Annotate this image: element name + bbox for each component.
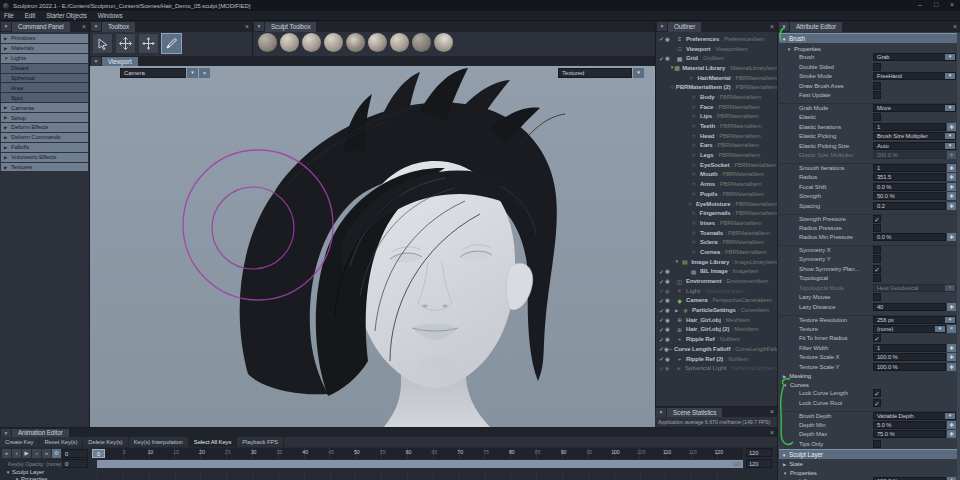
anim-menu-item[interactable]: Delete Key(s) [83,437,128,447]
command-panel-item[interactable]: ▶ Deform Commands [1,133,88,142]
value-field[interactable]: Auto ▼ [873,142,956,150]
shading-select[interactable]: Textured ▼ [558,68,644,78]
outliner-item[interactable]: ✓ ◉ ▦ Grid GridItem [656,53,777,63]
clear-icon[interactable]: × [199,68,210,78]
value-field[interactable]: 40 [873,303,946,311]
stepper-icon[interactable]: ✚ [947,233,956,241]
dropdown-arrow-icon[interactable]: ▼ [945,104,955,112]
value-field[interactable]: (none) ▼ [873,325,946,333]
stepper-icon[interactable]: ✚ [947,353,956,361]
value-field[interactable]: 1 [873,123,946,131]
command-panel-item[interactable]: ▶ Setup [1,113,88,122]
play-button[interactable]: ▶ [22,449,31,458]
clear-icon[interactable]: × [947,325,956,333]
panel-pin-icon[interactable]: ▼ [1,429,11,437]
value-field[interactable]: 1 [873,344,946,352]
outliner-item[interactable]: ✓ ◉ ⊕ Hair_Girl.obj (2) MeshItem [656,325,777,335]
dropdown-arrow-icon[interactable]: ▼ [945,132,955,140]
outliner-item[interactable]: ○ Arms PBRMaterialItem [656,179,777,189]
enabled-check-icon[interactable]: ✓ [656,345,664,352]
section-header[interactable]: ▼Sculpt Layer [782,451,823,458]
dropdown-arrow-icon[interactable]: ▼ [187,68,198,78]
enabled-check-icon[interactable]: ✓ [656,326,665,333]
outliner-item[interactable]: ▼ ▤ Image Library ImageLibraryItem [656,257,777,267]
previous-frame-button[interactable]: ‹ [12,449,21,458]
shading-select-value[interactable]: Textured [558,68,632,78]
sculpt-brush-sphere-icon[interactable] [324,33,343,52]
menu-item[interactable]: Windows [98,12,123,19]
dropdown-arrow-icon[interactable]: ▼ [935,325,945,333]
outliner-item[interactable]: ○ Sclera PBRMaterialItem [656,237,777,247]
outliner-item[interactable]: ○ Body PBRMaterialItem [656,92,777,102]
sculpt-brush-sphere-icon[interactable] [390,33,409,52]
close-icon[interactable]: × [82,22,86,32]
command-panel-item[interactable]: ▶ Primitives [1,34,88,43]
sculpt-toolbox-tab[interactable]: Sculpt Toolbox [265,22,316,32]
command-panel-item[interactable]: Spherical [1,74,88,83]
timeline-track-bar[interactable]: 120 [97,460,743,468]
stepper-icon[interactable]: ✚ [947,202,956,210]
checkbox[interactable] [873,224,881,232]
outliner-tab[interactable]: Outliner [668,22,701,32]
outliner-item[interactable]: ○ EyeMoisture PBRMaterialItem [656,199,777,209]
value-field[interactable]: Move ▼ [873,104,956,112]
outliner-item[interactable]: ○ PBRMaterialItem (2) PBRMaterialItem [656,82,777,92]
panel-pin-icon[interactable]: ▼ [656,408,666,417]
anim-menu-item[interactable]: Create Key [0,437,39,447]
checkbox[interactable] [873,255,881,263]
enabled-check-icon[interactable]: ✓ [656,297,665,304]
anim-menu-item[interactable]: Reset Key(s) [39,437,83,447]
checkbox[interactable] [873,293,881,301]
outliner-item[interactable]: ✓ ◉ ~ Curve Length Falloff CurveLengthFa… [656,344,777,354]
viewport-tab[interactable]: Viewport [102,57,138,66]
outliner-item[interactable]: ○ Toenails PBRMaterialItem [656,228,777,238]
timeline-scrubber[interactable]: 0 [92,449,105,458]
panel-pin-icon[interactable]: ▼ [91,57,101,66]
outliner-item[interactable]: ✓ ◉ ▦ IBL Image ImageItem [656,267,777,277]
stepper-icon[interactable]: ✚ [947,421,956,429]
outliner-item[interactable]: ✓ ◉ + Ripple Ref NullItem [656,334,777,344]
eye-visibility-icon[interactable]: ◉ [665,36,675,42]
checkbox[interactable] [873,246,881,254]
checkbox[interactable] [873,63,881,71]
stepper-icon[interactable]: ✚ [947,430,956,438]
enabled-check-icon[interactable]: ✓ [656,278,665,285]
anim-menu-item[interactable]: Select All Keys [189,437,237,447]
command-panel-item[interactable]: Spot [1,93,88,102]
close-icon[interactable]: × [770,407,774,417]
outliner-item[interactable]: □ Viewport ViewportItem [656,44,777,54]
timeline-ruler[interactable]: 0 5 10 15 20 25 30 35 40 45 50 55 60 65 … [97,448,743,459]
value-field[interactable]: Variable Depth ▼ [873,412,956,420]
close-button[interactable]: × [944,0,960,11]
outliner-item[interactable]: ✓ ◉ + Ripple Ref (2) NullItem [656,354,777,364]
value-field[interactable]: FreeHand ▼ [873,72,956,80]
outliner-item[interactable]: ▼ ▩ Material Library MaterialLibraryItem [656,63,777,73]
outliner-item[interactable]: ✓ ◉ ▶ ※ ParticleSettings CurvesItem [656,305,777,315]
toolbox-tab[interactable]: Toolbox [102,22,135,32]
group-header[interactable]: ▼Properties [783,469,817,476]
sculpt-tool-button[interactable] [161,33,182,54]
group-header[interactable]: ▶State [783,460,803,467]
close-icon[interactable]: × [953,22,957,32]
stepper-icon[interactable]: ✚ [947,363,956,371]
outliner-item[interactable]: ○ Head PBRMaterialItem [656,131,777,141]
key-opacity-field[interactable]: 0 [62,459,88,468]
dropdown-arrow-icon[interactable]: ▼ [945,53,955,61]
enabled-check-icon[interactable]: ✓ [656,35,665,42]
panel-pin-icon[interactable]: ▼ [254,22,264,31]
select-tool-button[interactable] [92,33,113,54]
outliner-item[interactable]: ✓ ◉ ☀ Light DistantLightItem [656,286,777,296]
value-field[interactable]: 0.0 % [873,183,946,191]
panel-pin-icon[interactable]: ▼ [1,22,11,31]
outliner-item[interactable]: ○ Mouth PBRMaterialItem [656,170,777,180]
outliner-item[interactable]: ○ Lips PBRMaterialItem [656,112,777,122]
enabled-check-icon[interactable]: ✓ [656,316,665,323]
panel-pin-icon[interactable]: ▼ [657,22,667,31]
stepper-icon[interactable]: ✚ [947,183,956,191]
dropdown-arrow-icon[interactable]: ▼ [945,284,955,292]
camera-select-value[interactable]: Camera [120,68,186,78]
value-field[interactable]: 200.0 % [873,151,946,159]
value-field[interactable]: 1 [873,164,946,172]
stepper-icon[interactable]: ✚ [947,344,956,352]
anim-menu-item[interactable]: Key(s) Interpolation [129,437,189,447]
